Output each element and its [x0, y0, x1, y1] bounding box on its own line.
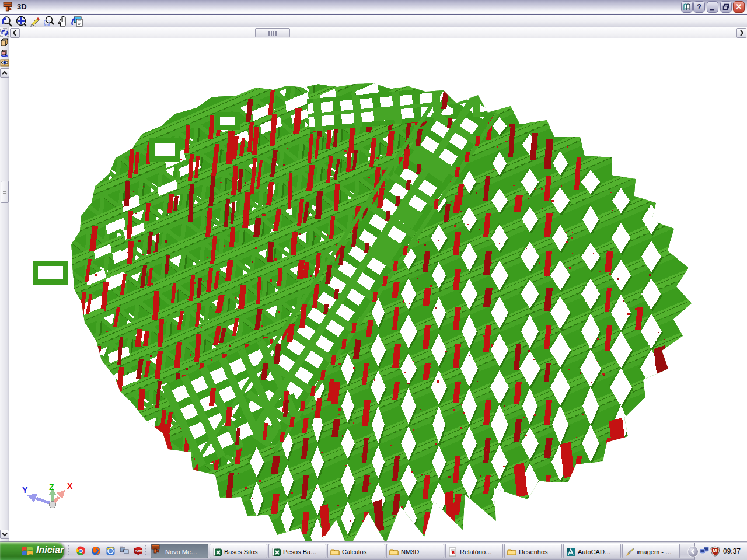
svg-text:X: X	[67, 481, 73, 491]
svg-text:SW: SW	[135, 549, 142, 553]
svg-text:Z: Z	[49, 482, 54, 492]
svg-text:Y: Y	[22, 485, 28, 495]
svg-text:M: M	[713, 548, 717, 554]
